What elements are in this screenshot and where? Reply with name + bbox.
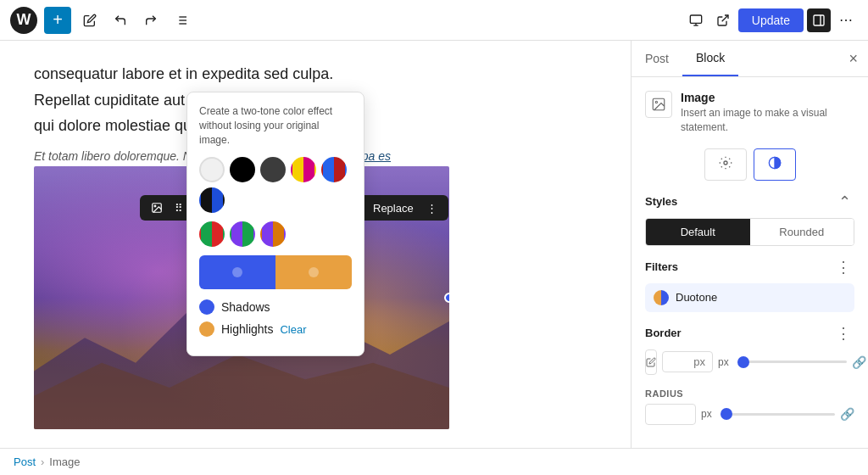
breadcrumb: Post › Image [0, 448, 868, 475]
more-options-button[interactable]: ⋯ [834, 7, 858, 33]
contrast-style-btn[interactable] [754, 148, 796, 181]
pencil-icon [83, 14, 97, 27]
filters-section: Filters ⋮ Duotone [645, 260, 854, 312]
swatch-duo2[interactable] [321, 157, 347, 182]
main-toolbar: W + Update ⋯ [0, 0, 868, 41]
resize-handle[interactable] [444, 293, 449, 303]
external-icon [716, 14, 730, 27]
sidebar-icon [812, 14, 826, 27]
plus-icon: + [53, 10, 63, 30]
desktop-view-button[interactable] [684, 8, 708, 32]
swatch-duo3[interactable] [199, 187, 225, 213]
block-tab[interactable]: Block [682, 41, 738, 76]
radius-section: RADIUS px 🔗 [645, 388, 854, 425]
style-rounded-btn[interactable]: Rounded [750, 219, 854, 245]
radius-link-icon: 🔗 [840, 407, 854, 421]
block-header: Image Insert an image to make a visual s… [645, 91, 854, 135]
swatch-dark-gray[interactable] [260, 157, 286, 182]
highlights-label: Highlights [221, 322, 273, 336]
swatch-duo5[interactable] [230, 221, 255, 247]
editor-area: consequatur labore et in expedita sed cu… [0, 41, 631, 448]
filters-section-header: Filters ⋮ [645, 260, 854, 275]
border-more-btn[interactable]: ⋮ [832, 326, 854, 341]
border-control-row: px 🔗 [645, 349, 854, 375]
list-icon [175, 14, 188, 27]
update-button[interactable]: Update [738, 8, 804, 32]
radius-slider[interactable] [721, 413, 835, 416]
filters-more-btn[interactable]: ⋮ [832, 260, 854, 275]
sidebar-tab-bar: Post Block × [632, 41, 868, 77]
swatch-black[interactable] [230, 157, 255, 182]
duotone-filter-label: Duotone [676, 291, 717, 304]
add-block-button[interactable]: + [44, 7, 71, 34]
block-info: Image Insert an image to make a visual s… [681, 91, 854, 135]
block-description: Insert an image to make a visual stateme… [681, 106, 854, 135]
radius-value-input[interactable] [645, 404, 696, 425]
more-block-options-btn[interactable]: ⋮ [422, 199, 442, 217]
contrast-icon [768, 156, 782, 170]
styles-section-header: Styles ⌃ [645, 194, 854, 210]
radius-control-row: px 🔗 [645, 404, 854, 425]
duotone-dot-right [309, 267, 319, 277]
clear-button[interactable]: Clear [280, 323, 306, 336]
external-view-button[interactable] [711, 8, 735, 32]
color-swatches-grid-2 [199, 221, 352, 247]
image-icon [151, 202, 163, 214]
radius-title: RADIUS [645, 388, 854, 399]
duotone-preview-bar[interactable] [199, 255, 352, 289]
color-picker-popup: Create a two-tone color effect without l… [186, 92, 364, 356]
redo-icon [144, 14, 158, 27]
svg-point-24 [724, 161, 727, 165]
swatch-duo6[interactable] [260, 221, 286, 247]
gear-icon [719, 156, 732, 170]
border-link-icon: 🔗 [852, 355, 866, 369]
shadows-row[interactable]: Shadows [199, 299, 352, 315]
style-icon-row [645, 148, 854, 181]
svg-line-9 [722, 15, 728, 21]
border-title: Border [645, 327, 682, 339]
duotone-bar-highlights[interactable] [275, 255, 352, 289]
highlights-color-dot [199, 321, 214, 337]
svg-rect-10 [814, 15, 824, 25]
image-icon-btn[interactable] [147, 199, 167, 216]
styles-more-btn[interactable]: ⌃ [835, 194, 854, 210]
duotone-bar-shadows[interactable] [199, 255, 275, 289]
gear-style-btn[interactable] [704, 148, 747, 181]
svg-rect-6 [690, 15, 701, 23]
filters-title: Filters [645, 260, 678, 273]
border-section: Border ⋮ px 🔗 [645, 326, 854, 375]
image-block-icon [651, 97, 666, 112]
undo-button[interactable] [108, 8, 132, 32]
pencil-border-icon [646, 357, 656, 367]
highlights-row[interactable]: Highlights Clear [199, 321, 352, 337]
swatch-duo4[interactable] [199, 221, 225, 247]
block-icon [645, 91, 672, 118]
breadcrumb-post[interactable]: Post [14, 455, 36, 468]
list-view-button[interactable] [170, 8, 193, 32]
styles-title: Styles [645, 195, 677, 208]
color-popup-description: Create a two-tone color effect without l… [199, 104, 352, 147]
border-px-label: px [718, 356, 729, 368]
replace-button[interactable]: Replace [368, 199, 419, 217]
style-buttons-group: Default Rounded [645, 218, 854, 246]
redo-button[interactable] [139, 8, 163, 32]
svg-point-13 [154, 205, 156, 207]
color-swatches-grid [199, 157, 352, 213]
border-slider[interactable] [737, 360, 847, 363]
post-tab[interactable]: Post [632, 42, 682, 75]
swatch-duo1[interactable] [291, 157, 316, 182]
border-edit-btn[interactable] [645, 349, 657, 375]
radius-px-label: px [701, 408, 712, 420]
style-default-btn[interactable]: Default [646, 219, 750, 245]
sidebar-toggle-button[interactable] [807, 8, 831, 32]
breadcrumb-separator: › [41, 455, 44, 468]
breadcrumb-image: Image [49, 455, 80, 468]
block-title: Image [681, 91, 854, 104]
swatch-white[interactable] [199, 157, 225, 182]
border-value-input[interactable] [662, 351, 713, 372]
drag-handle-btn[interactable]: ⠿ [170, 199, 187, 217]
close-sidebar-button[interactable]: × [838, 43, 868, 75]
edit-tool-button[interactable] [78, 8, 102, 32]
shadows-label: Shadows [221, 300, 270, 314]
duotone-filter-item[interactable]: Duotone [645, 283, 854, 312]
